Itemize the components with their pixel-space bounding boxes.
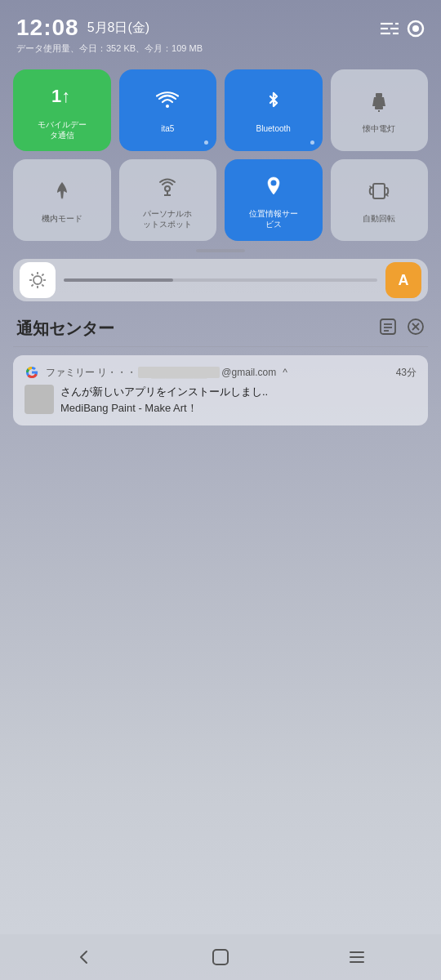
svg-point-14 bbox=[165, 186, 170, 191]
tile-mobile-data[interactable]: 1↑ モバイルデー タ通信 bbox=[13, 69, 111, 151]
notification-body-text: さんが新しいアプリをインストールしまし.. bbox=[60, 385, 268, 399]
date: 5月8日(金) bbox=[87, 20, 149, 37]
mobile-data-icon: 1↑ bbox=[50, 84, 74, 114]
time-date-row: 12:08 5月8日(金) bbox=[16, 15, 203, 41]
wifi-dot bbox=[204, 140, 208, 145]
notification-thumbnail bbox=[24, 385, 54, 414]
notification-preview: さんが新しいアプリをインストールしまし.. bbox=[60, 385, 268, 398]
clock: 12:08 bbox=[16, 15, 79, 41]
svg-rect-35 bbox=[213, 950, 228, 964]
airplane-label: 機内モード bbox=[42, 213, 82, 224]
wifi-label: ita5 bbox=[161, 123, 174, 134]
location-label: 位置情報サー ビス bbox=[249, 208, 298, 229]
notification-center-title: 通知センター bbox=[16, 318, 114, 340]
data-usage: データ使用量、今日：352 KB、今月：109 MB bbox=[16, 42, 203, 55]
tile-bluetooth[interactable]: Bluetooth bbox=[225, 69, 323, 151]
tile-flashlight[interactable]: 懐中電灯 bbox=[331, 69, 429, 151]
quick-tiles: 1↑ モバイルデー タ通信 ita5 Bluetooth bbox=[0, 58, 441, 241]
svg-point-9 bbox=[166, 105, 169, 108]
svg-rect-12 bbox=[375, 106, 383, 109]
notification-manage-icon[interactable] bbox=[379, 318, 397, 340]
bluetooth-icon bbox=[262, 90, 285, 118]
home-button[interactable] bbox=[195, 942, 246, 973]
notification-sub-text: MediBang Paint - Make Art！ bbox=[60, 401, 268, 416]
status-right bbox=[381, 15, 425, 42]
svg-point-6 bbox=[412, 25, 419, 32]
rotate-label: 自動回転 bbox=[363, 213, 395, 224]
settings-icon[interactable] bbox=[407, 20, 425, 42]
scroll-bar bbox=[196, 249, 245, 252]
status-left: 12:08 5月8日(金) データ使用量、今日：352 KB、今月：109 MB bbox=[16, 15, 203, 55]
back-button[interactable] bbox=[59, 942, 109, 973]
notification-center-header: 通知センター bbox=[0, 311, 441, 346]
notification-card[interactable]: ファミリー リ・・・████████@gmail.com ^ 43分 さんが新し… bbox=[13, 355, 428, 425]
svg-rect-18 bbox=[373, 184, 385, 198]
tile-hotspot[interactable]: パーソナルホ ットスポット bbox=[119, 159, 217, 241]
airplane-icon bbox=[51, 180, 74, 208]
recents-button[interactable] bbox=[332, 942, 382, 973]
wifi-icon bbox=[156, 90, 179, 118]
notification-app-row: ファミリー リ・・・████████@gmail.com ^ bbox=[24, 365, 287, 380]
tile-wifi[interactable]: ita5 bbox=[119, 69, 217, 151]
brightness-row: A bbox=[13, 259, 428, 301]
navigation-bar bbox=[0, 934, 441, 980]
menu-icon[interactable] bbox=[381, 21, 399, 40]
brightness-slider[interactable] bbox=[64, 278, 377, 282]
notification-body-row: さんが新しいアプリをインストールしまし.. MediBang Paint - M… bbox=[24, 385, 416, 416]
svg-point-19 bbox=[33, 276, 42, 284]
tile-rotate[interactable]: 自動回転 bbox=[331, 159, 429, 241]
rotate-icon bbox=[368, 180, 390, 208]
notification-clear-icon[interactable] bbox=[407, 318, 425, 340]
flashlight-icon bbox=[368, 90, 390, 118]
bluetooth-dot bbox=[310, 140, 314, 145]
auto-brightness-button[interactable]: A bbox=[385, 262, 421, 298]
svg-rect-28 bbox=[381, 319, 395, 334]
svg-line-26 bbox=[42, 274, 43, 276]
svg-marker-11 bbox=[372, 97, 385, 106]
notification-expand-arrow[interactable]: ^ bbox=[283, 367, 287, 378]
svg-line-24 bbox=[32, 274, 33, 276]
flashlight-label: 懐中電灯 bbox=[363, 123, 395, 134]
brightness-fill bbox=[64, 278, 173, 282]
auto-brightness-label: A bbox=[399, 272, 409, 289]
svg-line-27 bbox=[32, 284, 33, 286]
bluetooth-label: Bluetooth bbox=[256, 123, 291, 134]
notification-card-header: ファミリー リ・・・████████@gmail.com ^ 43分 bbox=[24, 365, 416, 380]
svg-rect-10 bbox=[376, 93, 382, 97]
notification-divider bbox=[13, 346, 428, 347]
tile-location[interactable]: 位置情報サー ビス bbox=[225, 159, 323, 241]
mobile-data-label: モバイルデー タ通信 bbox=[38, 119, 87, 140]
svg-text:1↑: 1↑ bbox=[51, 86, 70, 106]
svg-point-17 bbox=[270, 180, 276, 185]
brightness-icon bbox=[20, 262, 56, 298]
notification-text-block: さんが新しいアプリをインストールしまし.. MediBang Paint - M… bbox=[60, 385, 268, 416]
status-bar: 12:08 5月8日(金) データ使用量、今日：352 KB、今月：109 MB bbox=[0, 0, 441, 58]
notification-time: 43分 bbox=[396, 366, 416, 380]
hotspot-icon bbox=[156, 175, 179, 203]
location-icon bbox=[262, 175, 285, 203]
notification-header-icons bbox=[379, 318, 425, 340]
scroll-indicator bbox=[0, 249, 441, 252]
google-icon bbox=[24, 365, 39, 380]
svg-line-25 bbox=[42, 284, 43, 286]
notification-app-name: ファミリー リ・・・████████@gmail.com bbox=[46, 366, 276, 380]
hotspot-label: パーソナルホ ットスポット bbox=[143, 208, 192, 229]
tile-airplane[interactable]: 機内モード bbox=[13, 159, 111, 241]
